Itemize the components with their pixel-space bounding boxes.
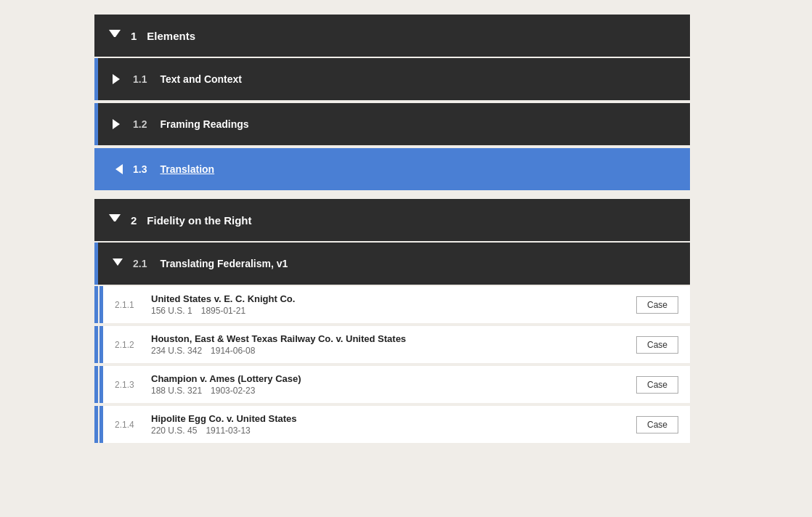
subsection-1-3-num: 1.3 <box>133 163 147 175</box>
subsection-1-1-num: 1.1 <box>133 73 147 85</box>
case-2-1-4-meta: 220 U.S. 451911-03-13 <box>151 426 636 436</box>
case-2-1-1-title: United States v. E. C. Knight Co. <box>151 293 636 304</box>
section-1-num: 1 <box>131 30 137 42</box>
case-2-1-4-date: 1911-03-13 <box>206 426 250 436</box>
section-2-num: 2 <box>131 214 137 227</box>
case-2-1-4-bar: 2.1.4 Hipolite Egg Co. v. United States … <box>94 406 690 443</box>
case-2-1-4-content: Hipolite Egg Co. v. United States 220 U.… <box>151 413 636 436</box>
case-2-1-2-title: Houston, East & West Texas Railway Co. v… <box>151 333 636 344</box>
section-2-title: Fidelity on the Right <box>147 214 251 227</box>
section-1-arrow <box>109 30 121 41</box>
case-2-1-3-item: 2.1.3 Champion v. Ames (Lottery Case) 18… <box>103 366 690 403</box>
case-2-1-1-button[interactable]: Case <box>636 296 678 314</box>
case-2-1-2-indent1 <box>94 326 98 363</box>
case-2-1-3-bar: 2.1.3 Champion v. Ames (Lottery Case) 18… <box>94 366 690 403</box>
subsection-1-3-bar: 1.3 Translation <box>94 148 690 190</box>
case-2-1-2-item: 2.1.2 Houston, East & West Texas Railway… <box>103 326 690 363</box>
case-2-1-3-content: Champion v. Ames (Lottery Case) 188 U.S.… <box>151 373 636 396</box>
case-2-1-3-indent1 <box>94 366 98 403</box>
case-2-1-2-meta: 234 U.S. 3421914-06-08 <box>151 346 636 356</box>
case-2-1-3-citation: 188 U.S. 321 <box>151 386 202 396</box>
case-2-1-2-num: 2.1.2 <box>115 340 137 350</box>
cases-container: 2.1.1 United States v. E. C. Knight Co. … <box>94 286 690 443</box>
section-2-header[interactable]: 2 Fidelity on the Right <box>94 199 690 241</box>
subsection-1-1-title: Text and Context <box>160 73 242 85</box>
case-2-1-1-meta: 156 U.S. 11895-01-21 <box>151 306 636 316</box>
case-2-1-4-button[interactable]: Case <box>636 416 678 433</box>
case-2-1-1-date: 1895-01-21 <box>201 306 245 316</box>
case-2-1-2-bar: 2.1.2 Houston, East & West Texas Railway… <box>94 326 690 363</box>
case-2-1-2-date: 1914-06-08 <box>211 346 255 356</box>
subsection-1-3-title[interactable]: Translation <box>160 163 214 175</box>
case-2-1-3-title: Champion v. Ames (Lottery Case) <box>151 373 636 384</box>
case-2-1-1-content: United States v. E. C. Knight Co. 156 U.… <box>151 293 636 316</box>
case-2-1-4-indent1 <box>94 406 98 443</box>
section-1-header[interactable]: 1 Elements <box>94 15 690 57</box>
case-2-1-4-title: Hipolite Egg Co. v. United States <box>151 413 636 424</box>
subsection-2-1-bar: 2.1 Translating Federalism, v1 <box>94 243 690 285</box>
subsection-2-1-arrow <box>113 258 123 269</box>
subsection-1-1-bar: 1.1 Text and Context <box>94 58 690 100</box>
case-2-1-1-indent1 <box>94 286 98 323</box>
case-2-1-4-num: 2.1.4 <box>115 420 137 430</box>
case-2-1-2-content: Houston, East & West Texas Railway Co. v… <box>151 333 636 356</box>
section-1-title: Elements <box>147 30 195 42</box>
case-2-1-4-citation: 220 U.S. 45 <box>151 426 197 436</box>
subsection-1-1-header[interactable]: 1.1 Text and Context <box>98 58 690 100</box>
subsection-1-2-num: 1.2 <box>133 118 147 130</box>
case-2-1-1-bar: 2.1.1 United States v. E. C. Knight Co. … <box>94 286 690 323</box>
case-2-1-1-item: 2.1.1 United States v. E. C. Knight Co. … <box>103 286 690 323</box>
case-2-1-1-num: 2.1.1 <box>115 300 137 310</box>
subsection-1-2-arrow <box>113 119 123 129</box>
case-2-1-2-button[interactable]: Case <box>636 336 678 354</box>
subsection-2-1-title: Translating Federalism, v1 <box>160 258 288 269</box>
section-2-arrow <box>109 214 121 226</box>
subsection-2-1-header[interactable]: 2.1 Translating Federalism, v1 <box>98 243 690 285</box>
case-2-1-3-meta: 188 U.S. 3211903-02-23 <box>151 386 636 396</box>
case-2-1-3-date: 1903-02-23 <box>211 386 255 396</box>
main-content: 1 Elements 1.1 Text and Context 1.2 Fram… <box>94 0 812 457</box>
subsection-1-2-header[interactable]: 1.2 Framing Readings <box>98 103 690 145</box>
subsection-1-3-header[interactable]: 1.3 Translation <box>98 148 690 190</box>
subsection-1-2-title: Framing Readings <box>160 118 248 130</box>
case-2-1-2-citation: 234 U.S. 342 <box>151 346 202 356</box>
case-2-1-4-item: 2.1.4 Hipolite Egg Co. v. United States … <box>103 406 690 443</box>
subsection-1-1-arrow <box>113 74 123 84</box>
case-2-1-3-button[interactable]: Case <box>636 376 678 394</box>
case-2-1-3-num: 2.1.3 <box>115 380 137 390</box>
subsection-2-1-num: 2.1 <box>133 258 147 269</box>
subsection-1-2-bar: 1.2 Framing Readings <box>94 103 690 145</box>
case-2-1-1-citation: 156 U.S. 1 <box>151 306 192 316</box>
subsection-1-3-arrow <box>113 164 123 174</box>
